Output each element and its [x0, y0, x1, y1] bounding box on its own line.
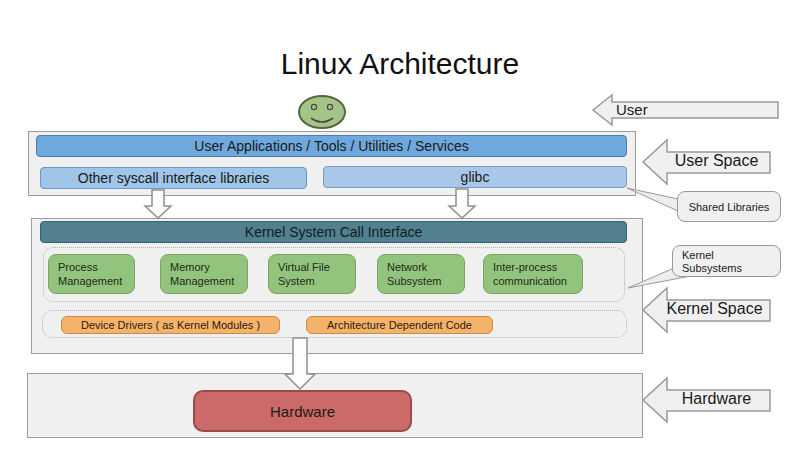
linux-architecture-diagram: Linux Architecture User Applications / T… [0, 0, 800, 452]
user-arrow-label: User [616, 101, 686, 118]
inter-process-communication-box: Inter-process communication [483, 254, 583, 294]
process-management-box: Process Management [48, 254, 135, 294]
page-title: Linux Architecture [0, 47, 800, 81]
smiley-mouth [311, 118, 333, 122]
shared-libraries-callout: Shared Libraries [677, 191, 781, 222]
device-drivers-box: Device Drivers ( as Kernel Modules ) [61, 316, 280, 334]
architecture-dependent-code-box: Architecture Dependent Code [306, 316, 493, 334]
user-applications-bar: User Applications / Tools / Utilities / … [36, 135, 627, 157]
kernel-space-arrow-label: Kernel Space [656, 300, 773, 318]
hardware-arrow-label: Hardware [660, 390, 773, 408]
smiley-left-eye [311, 104, 316, 109]
kernel-syscall-interface-bar: Kernel System Call Interface [40, 221, 627, 243]
other-syscall-libraries-box: Other syscall interface libraries [40, 167, 307, 189]
kernel-subsystems-callout: Kernel Subsystems [672, 245, 781, 277]
hardware-box: Hardware [193, 390, 412, 432]
user-space-arrow-label: User Space [660, 152, 773, 170]
smiley-right-eye [327, 104, 332, 109]
glibc-box: glibc [323, 166, 627, 188]
smiley-user-icon [299, 96, 345, 128]
virtual-file-system-box: Virtual File System [268, 254, 356, 294]
network-subsystem-box: Network Subsystem [377, 254, 465, 294]
memory-management-box: Memory Management [160, 254, 248, 294]
